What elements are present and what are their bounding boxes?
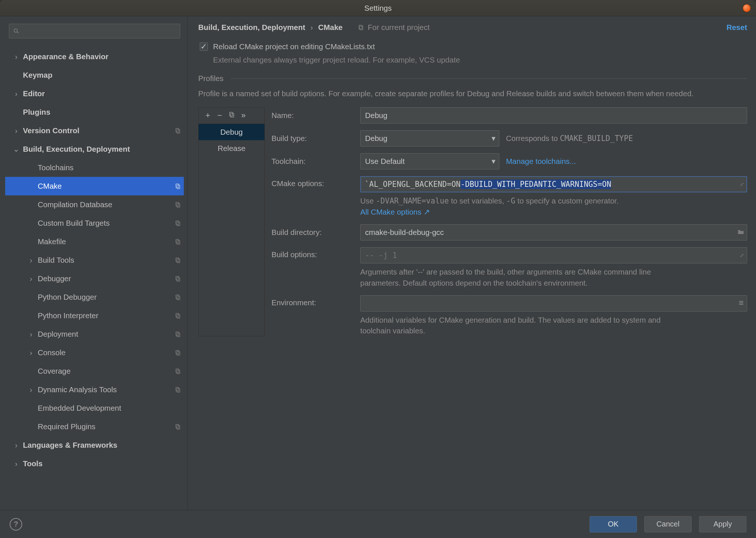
cancel-button[interactable]: Cancel: [644, 516, 692, 532]
sidebar-item-editor[interactable]: ›Editor: [5, 84, 184, 103]
svg-rect-11: [177, 240, 180, 244]
sidebar-item-embedded-development[interactable]: ›Embedded Development: [5, 399, 184, 417]
environment-label: Environment:: [271, 295, 357, 307]
svg-rect-32: [230, 112, 233, 116]
profiles-toolbar: + − »: [199, 108, 264, 124]
sidebar-item-required-plugins[interactable]: ›Required Plugins: [5, 417, 184, 436]
sidebar-item-dynamic-analysis-tools[interactable]: ›Dynamic Analysis Tools: [5, 380, 184, 399]
all-cmake-options-link[interactable]: All CMake options ↗: [360, 208, 430, 216]
sidebar-item-compilation-database[interactable]: ›Compilation Database: [5, 195, 184, 214]
sidebar-item-console[interactable]: ›Console: [5, 343, 184, 362]
environment-field[interactable]: [360, 295, 747, 312]
svg-rect-3: [177, 129, 180, 133]
sidebar-item-makefile[interactable]: ›Makefile: [5, 232, 184, 251]
build-type-select[interactable]: Debug: [360, 130, 499, 147]
settings-tree: ›Appearance & Behavior›Keymap›Editor›Plu…: [5, 47, 184, 507]
sidebar-item-label: Coverage: [38, 367, 172, 376]
svg-rect-15: [177, 277, 180, 281]
build-options-field[interactable]: [360, 247, 747, 263]
sidebar-item-plugins[interactable]: ›Plugins: [5, 103, 184, 121]
svg-rect-27: [177, 388, 180, 392]
sidebar-item-coverage[interactable]: ›Coverage: [5, 362, 184, 380]
add-profile-button[interactable]: +: [202, 111, 213, 120]
profiles-section-desc: Profile is a named set of build options.…: [198, 88, 747, 99]
sidebar-item-build-tools[interactable]: ›Build Tools: [5, 251, 184, 269]
svg-rect-20: [176, 332, 179, 336]
apply-button[interactable]: Apply: [699, 516, 746, 532]
build-directory-field[interactable]: [360, 224, 747, 241]
settings-sidebar: ›Appearance & Behavior›Keymap›Editor›Plu…: [0, 16, 188, 510]
reload-cmake-checkbox[interactable]: ✓: [200, 43, 208, 51]
svg-rect-8: [176, 221, 179, 225]
titlebar: Settings: [0, 0, 756, 16]
remove-profile-button[interactable]: −: [214, 111, 225, 120]
sidebar-item-appearance-behavior[interactable]: ›Appearance & Behavior: [5, 47, 184, 66]
sidebar-item-label: Python Debugger: [38, 293, 172, 302]
toolchain-select[interactable]: Use Default: [360, 153, 499, 169]
sidebar-item-label: Keymap: [23, 71, 181, 80]
close-icon[interactable]: [743, 4, 751, 12]
project-copy-icon: [175, 387, 181, 393]
manage-toolchains-link[interactable]: Manage toolchains...: [506, 157, 576, 166]
chevron-right-icon: ›: [12, 126, 21, 135]
name-field[interactable]: [360, 107, 747, 124]
chevron-right-icon: ›: [12, 89, 21, 98]
sidebar-item-label: Python Interpreter: [38, 311, 172, 320]
sidebar-item-python-interpreter[interactable]: ›Python Interpreter: [5, 306, 184, 325]
sidebar-item-custom-build-targets[interactable]: ›Custom Build Targets: [5, 214, 184, 232]
svg-rect-21: [177, 333, 180, 336]
sidebar-item-build-execution-deployment[interactable]: ⌄Build, Execution, Deployment: [5, 140, 184, 158]
sidebar-item-label: Tools: [23, 459, 181, 468]
copy-icon: [228, 111, 235, 118]
profiles-list-panel: + − » DebugRelease: [198, 107, 265, 336]
svg-rect-22: [176, 350, 179, 354]
sidebar-item-debugger[interactable]: ›Debugger: [5, 269, 184, 288]
window-title: Settings: [364, 4, 392, 13]
help-button[interactable]: ?: [10, 518, 22, 531]
more-profiles-button[interactable]: »: [238, 111, 249, 120]
cmake-options-hint: Use -DVAR_NAME=value to set variables, -…: [360, 195, 747, 218]
sidebar-item-keymap[interactable]: ›Keymap: [5, 66, 184, 84]
sidebar-item-label: Deployment: [38, 330, 172, 339]
chevron-right-icon: ›: [27, 274, 36, 283]
profile-form: Name: Build type: Debug ▾ Corresponds to…: [271, 107, 747, 336]
cmake-options-field[interactable]: `AL_OPENGL_BACKEND=ON -DBUILD_WITH_PEDAN…: [360, 176, 747, 192]
profile-item-release[interactable]: Release: [199, 140, 264, 157]
profile-item-debug[interactable]: Debug: [199, 124, 264, 140]
sidebar-item-label: Toolchains: [38, 163, 181, 172]
project-copy-icon: [175, 424, 181, 430]
sidebar-item-label: CMake: [38, 182, 172, 191]
chevron-right-icon: ›: [27, 330, 36, 339]
sidebar-item-cmake[interactable]: ›CMake: [5, 177, 184, 195]
sidebar-item-toolchains[interactable]: ›Toolchains: [5, 158, 184, 177]
sidebar-item-deployment[interactable]: ›Deployment: [5, 325, 184, 343]
build-type-label: Build type:: [271, 134, 357, 143]
sidebar-item-languages-frameworks[interactable]: ›Languages & Frameworks: [5, 436, 184, 454]
svg-rect-29: [177, 425, 180, 429]
search-input[interactable]: [9, 24, 180, 38]
sidebar-item-tools[interactable]: ›Tools: [5, 454, 184, 473]
project-copy-icon: [175, 276, 181, 282]
project-copy-icon: [175, 257, 181, 263]
ok-button[interactable]: OK: [590, 516, 637, 532]
svg-rect-14: [176, 276, 179, 280]
sidebar-item-python-debugger[interactable]: ›Python Debugger: [5, 288, 184, 306]
sidebar-item-label: Required Plugins: [38, 422, 172, 431]
chevron-right-icon: ›: [27, 385, 36, 394]
reload-cmake-hint: External changes always trigger project …: [213, 56, 747, 64]
reset-button[interactable]: Reset: [726, 23, 747, 32]
svg-rect-9: [177, 222, 180, 225]
svg-rect-18: [176, 313, 179, 317]
search-icon: [13, 28, 20, 34]
dialog-footer: ? OK Cancel Apply: [0, 510, 756, 538]
sidebar-item-version-control[interactable]: ›Version Control: [5, 121, 184, 140]
cmake-options-label: CMake options:: [271, 176, 357, 188]
build-options-label: Build options:: [271, 247, 357, 259]
project-copy-icon: [175, 239, 181, 245]
copy-profile-button[interactable]: [226, 111, 237, 120]
svg-rect-30: [359, 25, 362, 29]
sidebar-item-label: Build Tools: [38, 256, 172, 265]
sidebar-item-label: Editor: [23, 89, 181, 98]
svg-rect-13: [177, 259, 180, 262]
chevron-right-icon: ›: [12, 441, 21, 450]
